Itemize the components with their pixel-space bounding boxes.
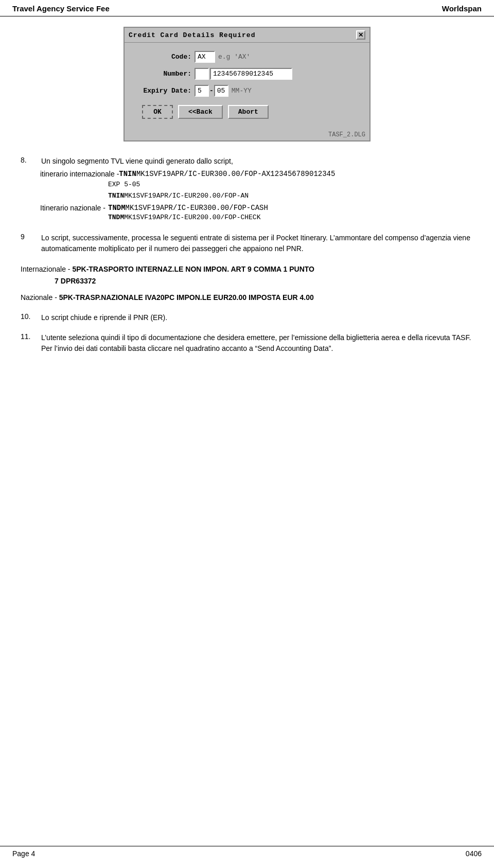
result-nazionale: Nazionale - 5PK-TRASP.NAZIONALE IVA20PC … <box>21 292 473 303</box>
section-9-text: Lo script, successivamente, processa le … <box>41 233 473 254</box>
section-8-header: 8. Un singolo segmento TVL viene quindi … <box>21 156 473 167</box>
section-10-text: Lo script chiude e riprende il PNR (ER). <box>41 312 167 323</box>
back-button[interactable]: <<Back <box>178 105 223 119</box>
section-11-header: 11. L’utente seleziona quindi il tipo di… <box>21 332 473 354</box>
itin-intl-line1: MK1SVF19APR/IC-EUR300.00/FOP-AX123456789… <box>136 170 335 178</box>
itin-intl-an: TNINMK1SVF19APR/IC-EUR200.00/FOP-AN <box>108 192 249 200</box>
itin-intl-line3-row: TNINMK1SVF19APR/IC-EUR200.00/FOP-AN <box>108 190 473 202</box>
result-intl-label: Internazionale - <box>21 265 70 273</box>
itin-intl-line2-row: EXP 5-05 <box>108 179 473 190</box>
section-11-text: L’utente seleziona quindi il tipo di doc… <box>41 332 473 354</box>
page-title: Travel Agency Service Fee <box>12 4 110 13</box>
dialog-body: Code: AX e.g 'AX' Number: 12345678901234… <box>125 43 369 129</box>
itin-naz-check: TNDMMK1SVF19APR/IC-EUR200.00/FOP-CHECK <box>108 214 260 221</box>
number-label: Number: <box>135 70 191 78</box>
dialog-close-button[interactable]: ✕ <box>356 30 365 40</box>
itin-intl-intro-row: itinerario internazionale - TNINMK1SVF19… <box>21 170 473 178</box>
section-11-num: 11. <box>21 332 33 354</box>
credit-card-dialog: Credit Card Details Required ✕ Code: AX … <box>123 27 370 141</box>
itin-naz-prefix: TNDM <box>108 204 126 212</box>
section-10-header: 10. Lo script chiude e riprende il PNR (… <box>21 312 473 323</box>
result-naz-label: Nazionale - <box>21 293 57 302</box>
result-naz-value: 5PK-TRASP.NAZIONALE IVA20PC IMPON.LE EUR… <box>59 293 314 302</box>
ok-button[interactable]: OK <box>142 105 173 119</box>
page-footer: Page 4 0406 <box>0 846 494 858</box>
page-header: Travel Agency Service Fee Worldspan <box>0 0 494 16</box>
section-10-num: 10. <box>21 312 33 323</box>
code-hint: e.g 'AX' <box>218 53 250 61</box>
section-9: 9 Lo script, successivamente, processa l… <box>21 233 473 254</box>
number-field[interactable]: 123456789012345 <box>210 68 292 80</box>
dialog-footer-text: TASF_2.DLG <box>125 129 369 140</box>
code-label: Code: <box>135 53 191 61</box>
expiry-month-field[interactable]: 5 <box>195 85 209 97</box>
code-row: Code: AX e.g 'AX' <box>135 51 359 63</box>
page-content: Credit Card Details Required ✕ Code: AX … <box>0 16 494 374</box>
section-9-num: 9 <box>21 233 33 254</box>
expiry-fields: 5 - 05 MM-YY <box>195 85 252 97</box>
abort-button[interactable]: Abort <box>228 105 269 119</box>
expiry-label: Expiry Date: <box>135 87 191 95</box>
dialog-titlebar: Credit Card Details Required ✕ <box>125 28 369 43</box>
dialog-title: Credit Card Details Required <box>129 31 255 39</box>
code-field[interactable]: AX <box>195 51 215 63</box>
itin-intl-intro-label: itinerario internazionale - <box>21 170 119 178</box>
section-9-header: 9 Lo script, successivamente, processa l… <box>21 233 473 254</box>
expiry-hint: MM-YY <box>232 87 252 95</box>
section-11: 11. L’utente seleziona quindi il tipo di… <box>21 332 473 354</box>
dialog-buttons: OK <<Back Abort <box>142 105 359 119</box>
section-8-num: 8. <box>21 156 33 167</box>
section-10: 10. Lo script chiude e riprende il PNR (… <box>21 312 473 323</box>
number-row: Number: 123456789012345 <box>135 68 359 80</box>
footer-page-label: Page 4 <box>12 849 35 858</box>
itin-intl-exp: EXP 5-05 <box>108 181 140 188</box>
section-8: 8. Un singolo segmento TVL viene quindi … <box>21 156 473 223</box>
itin-intl-prefix: TNIN <box>119 170 136 178</box>
footer-code: 0406 <box>466 849 482 858</box>
itin-naz-line2-row: TNDMMK1SVF19APR/IC-EUR200.00/FOP-CHECK <box>108 212 473 223</box>
brand-name: Worldspan <box>442 4 482 13</box>
expiry-row: Expiry Date: 5 - 05 MM-YY <box>135 85 359 97</box>
expiry-separator: - <box>209 87 214 95</box>
section-8-text: Un singolo segmento TVL viene quindi gen… <box>41 156 233 167</box>
number-spacer-field[interactable] <box>195 68 209 80</box>
itin-naz-line1: MK1SVF19APR/IC-EUR300.00/FOP-CASH <box>126 204 268 212</box>
itin-naz-intro-row: Itinerario nazionale - TNDMMK1SVF19APR/I… <box>21 204 473 212</box>
expiry-year-field[interactable]: 05 <box>214 85 228 97</box>
itin-naz-intro-label: Itinerario nazionale - <box>21 204 108 212</box>
result-internazionale: Internazionale - 5PK-TRASPORTO INTERNAZ.… <box>21 263 473 287</box>
